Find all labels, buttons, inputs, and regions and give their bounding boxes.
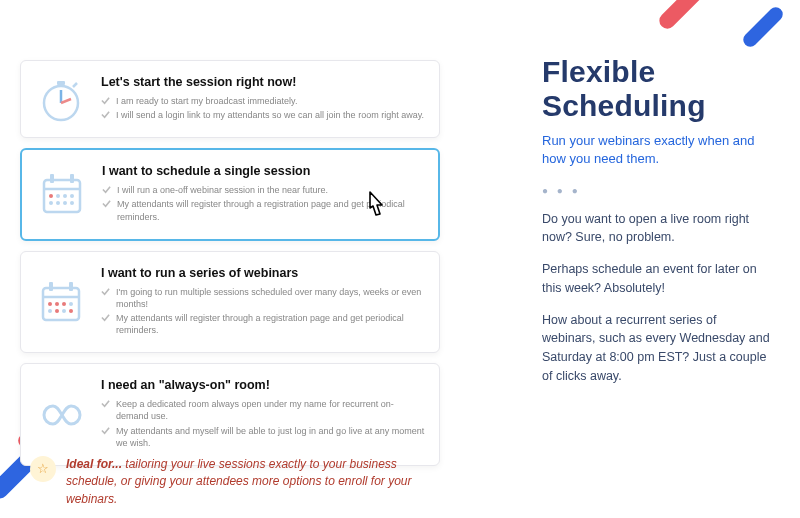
svg-point-12 [63, 201, 67, 205]
svg-point-8 [63, 194, 67, 198]
svg-point-19 [55, 302, 59, 306]
calendar-series-icon [37, 278, 85, 326]
body-paragraph: Do you want to open a live room right no… [542, 210, 772, 248]
svg-point-22 [48, 309, 52, 313]
svg-point-6 [49, 194, 53, 198]
option-start-now[interactable]: Let's start the session right now! I am … [20, 60, 440, 138]
svg-point-24 [62, 309, 66, 313]
pointer-cursor-icon [360, 190, 390, 224]
feature-description: Flexible Scheduling Run your webinars ex… [542, 55, 772, 399]
star-icon: ☆ [30, 456, 56, 482]
option-bullet: I will send a login link to my attendant… [101, 109, 425, 121]
page-subtitle: Run your webinars exactly when and how y… [542, 132, 772, 168]
body-paragraph: Perhaps schedule an event for later on t… [542, 260, 772, 298]
option-bullet: I am ready to start my broadcast immedia… [101, 95, 425, 107]
svg-point-9 [70, 194, 74, 198]
option-title: Let's start the session right now! [101, 75, 425, 89]
svg-point-20 [62, 302, 66, 306]
svg-point-10 [49, 201, 53, 205]
decor-pill-blue [740, 4, 785, 49]
calendar-single-icon [38, 170, 86, 218]
decor-pill-red [656, 0, 724, 32]
schedule-options-panel: Let's start the session right now! I am … [20, 60, 440, 476]
svg-rect-5 [70, 174, 74, 183]
option-bullet: I'm going to run multiple sessions sched… [101, 286, 425, 310]
option-bullet: Keep a dedicated room always open under … [101, 398, 425, 422]
body-paragraph: How about a recurrent series of webinars… [542, 311, 772, 386]
ideal-for-callout: ☆ Ideal for... tailoring your live sessi… [30, 456, 440, 508]
option-bullet: My attendants will register through a re… [101, 312, 425, 336]
svg-point-21 [69, 302, 73, 306]
svg-rect-4 [50, 174, 54, 183]
option-series[interactable]: I want to run a series of webinars I'm g… [20, 251, 440, 354]
svg-rect-1 [57, 81, 65, 85]
option-bullet: My attendants and myself will be able to… [101, 425, 425, 449]
svg-point-18 [48, 302, 52, 306]
svg-point-25 [69, 309, 73, 313]
svg-point-7 [56, 194, 60, 198]
option-title: I need an "always-on" room! [101, 378, 425, 392]
svg-rect-16 [49, 282, 53, 291]
infinity-icon [37, 391, 85, 439]
option-title: I want to run a series of webinars [101, 266, 425, 280]
svg-rect-17 [69, 282, 73, 291]
page-title: Flexible Scheduling [542, 55, 772, 122]
option-title: I want to schedule a single session [102, 164, 424, 178]
svg-point-11 [56, 201, 60, 205]
ideal-for-text: Ideal for... tailoring your live session… [66, 456, 440, 508]
option-always-on[interactable]: I need an "always-on" room! Keep a dedic… [20, 363, 440, 466]
stopwatch-icon [37, 75, 85, 123]
svg-point-13 [70, 201, 74, 205]
divider-dots: ● ● ● [542, 185, 772, 196]
svg-point-23 [55, 309, 59, 313]
